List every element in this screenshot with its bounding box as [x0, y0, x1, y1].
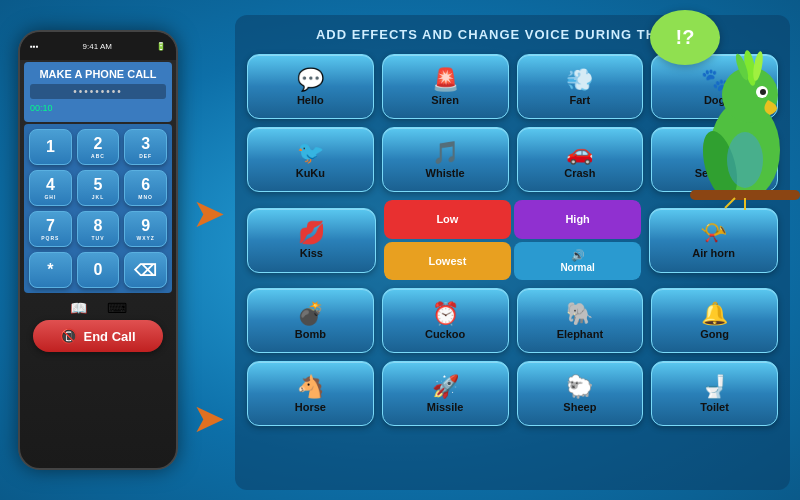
key-4[interactable]: 4GHI	[29, 170, 72, 206]
toilet-label: Toilet	[700, 401, 729, 413]
key-3[interactable]: 3DEF	[124, 129, 167, 165]
bomb-icon: 💣	[297, 303, 324, 325]
sound-kiss[interactable]: 💋 Kiss	[247, 208, 376, 273]
parrot-svg	[690, 20, 800, 220]
toilet-icon: 🚽	[701, 376, 728, 398]
phone-keypad: 1 2ABC 3DEF 4GHI 5JKL 6MNO 7PQRS 8TUV 9W…	[24, 124, 172, 293]
phone-number: •••••••••	[30, 84, 166, 99]
gong-icon: 🔔	[701, 303, 728, 325]
whistle-icon: 🎵	[432, 142, 459, 164]
bomb-label: Bomb	[295, 328, 326, 340]
time-display: 9:41 AM	[83, 42, 112, 51]
dialpad-icon: ⌨	[107, 300, 127, 316]
missile-label: Missile	[427, 401, 464, 413]
sound-whistle[interactable]: 🎵 Whistle	[382, 127, 509, 192]
horse-label: Horse	[295, 401, 326, 413]
sound-toilet[interactable]: 🚽 Toilet	[651, 361, 778, 426]
phone-call-label: MAKE A PHONE CALL	[30, 68, 166, 80]
sheep-label: Sheep	[563, 401, 596, 413]
svg-point-11	[727, 132, 763, 188]
key-9[interactable]: 9WXYZ	[124, 211, 167, 247]
sound-cuckoo[interactable]: ⏰ Cuckoo	[382, 288, 509, 353]
key-1[interactable]: 1	[29, 129, 72, 165]
key-star[interactable]: *	[29, 252, 72, 288]
elephant-label: Elephant	[557, 328, 603, 340]
sound-kuku[interactable]: 🐦 KuKu	[247, 127, 374, 192]
phone-timer: 00:10	[30, 103, 166, 113]
sound-horse[interactable]: 🐴 Horse	[247, 361, 374, 426]
air-horn-icon: 📯	[700, 222, 727, 244]
speaker-icon: 🔊	[571, 249, 585, 262]
fart-label: Fart	[569, 94, 590, 106]
key-backspace[interactable]: ⌫	[124, 252, 167, 288]
sound-crash[interactable]: 🚗 Crash	[517, 127, 644, 192]
hello-label: Hello	[297, 94, 324, 106]
sound-bomb[interactable]: 💣 Bomb	[247, 288, 374, 353]
hello-icon: 💬	[297, 69, 324, 91]
key-7[interactable]: 7PQRS	[29, 211, 72, 247]
crash-icon: 🚗	[566, 142, 593, 164]
key-8[interactable]: 8TUV	[77, 211, 120, 247]
elephant-icon: 🐘	[566, 303, 593, 325]
phone: ▪▪▪ 9:41 AM 🔋 MAKE A PHONE CALL ••••••••…	[18, 30, 178, 470]
key-0[interactable]: 0	[77, 252, 120, 288]
crash-label: Crash	[564, 167, 595, 179]
kuku-icon: 🐦	[297, 142, 324, 164]
pitch-low[interactable]: Low	[384, 200, 511, 239]
phone-icons-row: 📖 ⌨	[70, 300, 127, 316]
cuckoo-label: Cuckoo	[425, 328, 465, 340]
kiss-label: Kiss	[300, 247, 323, 259]
parrot-decoration	[690, 20, 800, 220]
horse-icon: 🐴	[297, 376, 324, 398]
missile-icon: 🚀	[432, 376, 459, 398]
sound-missile[interactable]: 🚀 Missile	[382, 361, 509, 426]
sounds-row-4: 🐴 Horse 🚀 Missile 🐑 Sheep 🚽 Toilet	[247, 361, 778, 426]
svg-point-6	[760, 89, 766, 95]
phone-bottom: 📖 ⌨ 📵 End Call	[20, 295, 176, 357]
phone-screen: MAKE A PHONE CALL ••••••••• 00:10	[24, 62, 172, 122]
gong-label: Gong	[700, 328, 729, 340]
cuckoo-icon: ⏰	[432, 303, 459, 325]
kuku-label: KuKu	[296, 167, 325, 179]
phone-hang-icon: 📵	[60, 328, 77, 344]
sound-fart[interactable]: 💨 Fart	[517, 54, 644, 119]
sound-siren[interactable]: 🚨 Siren	[382, 54, 509, 119]
key-2[interactable]: 2ABC	[77, 129, 120, 165]
air-horn-label: Air horn	[692, 247, 735, 259]
sound-hello[interactable]: 💬 Hello	[247, 54, 374, 119]
siren-icon: 🚨	[432, 69, 459, 91]
siren-label: Siren	[431, 94, 459, 106]
whistle-label: Whistle	[426, 167, 465, 179]
phone-status-bar: ▪▪▪ 9:41 AM 🔋	[20, 32, 176, 60]
battery-icon: 🔋	[156, 42, 166, 51]
end-call-button[interactable]: 📵 End Call	[33, 320, 163, 352]
sound-elephant[interactable]: 🐘 Elephant	[517, 288, 644, 353]
sound-sheep[interactable]: 🐑 Sheep	[517, 361, 644, 426]
key-6[interactable]: 6MNO	[124, 170, 167, 206]
pitch-normal[interactable]: 🔊 Normal	[514, 242, 641, 281]
end-call-label: End Call	[83, 329, 135, 344]
pitch-high[interactable]: High	[514, 200, 641, 239]
fart-icon: 💨	[566, 69, 593, 91]
pitch-lowest[interactable]: Lowest	[384, 242, 511, 281]
sound-gong[interactable]: 🔔 Gong	[651, 288, 778, 353]
sheep-icon: 🐑	[566, 376, 593, 398]
book-icon: 📖	[70, 300, 87, 316]
sounds-row-3: 💣 Bomb ⏰ Cuckoo 🐘 Elephant 🔔 Gong	[247, 288, 778, 353]
kiss-icon: 💋	[298, 222, 325, 244]
pitch-grid: Low High Lowest 🔊 Normal	[384, 200, 642, 280]
signal-icon: ▪▪▪	[30, 42, 39, 51]
key-5[interactable]: 5JKL	[77, 170, 120, 206]
